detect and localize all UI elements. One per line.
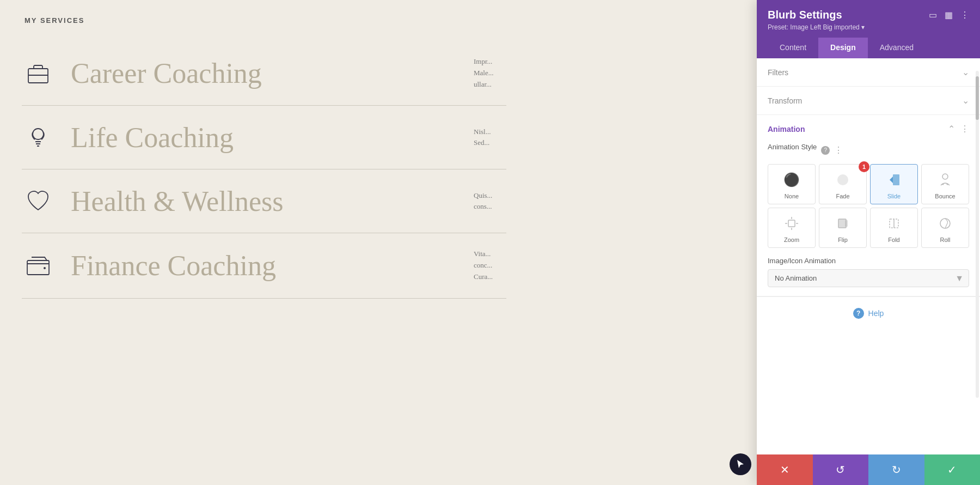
transform-chevron-icon: ⌄ bbox=[962, 95, 969, 106]
save-icon: ✓ bbox=[947, 463, 957, 476]
animation-title: Animation bbox=[768, 125, 805, 134]
filters-chevron-icon: ⌄ bbox=[962, 67, 969, 77]
svg-point-20 bbox=[940, 219, 950, 228]
image-icon-animation-container: Image/Icon Animation No Animation Pulse … bbox=[768, 257, 969, 287]
health-wellness-title: Health & Wellness bbox=[71, 185, 457, 217]
anim-fold[interactable]: Fold bbox=[870, 208, 918, 248]
cursor-tool[interactable] bbox=[730, 453, 751, 475]
more-options-icon[interactable]: ⋮ bbox=[960, 10, 969, 20]
svg-point-10 bbox=[947, 184, 948, 185]
panel-preset[interactable]: Preset: Image Left Big imported ▾ bbox=[768, 23, 969, 31]
anim-none[interactable]: ⚫ None bbox=[768, 164, 816, 204]
panel-header-icons: ▭ ▦ ⋮ bbox=[929, 10, 969, 20]
svg-point-9 bbox=[942, 184, 944, 185]
layout-icon[interactable]: ▦ bbox=[945, 10, 953, 20]
animation-style-row: Animation Style ? ⋮ bbox=[768, 143, 969, 157]
tab-design[interactable]: Design bbox=[818, 38, 868, 58]
zoom-icon bbox=[782, 214, 801, 233]
scrollbar-thumb[interactable] bbox=[976, 76, 979, 120]
wallet-icon bbox=[22, 250, 54, 282]
svg-point-2 bbox=[33, 129, 44, 140]
animation-help-icon[interactable]: ? bbox=[821, 146, 830, 155]
svg-marker-7 bbox=[890, 177, 893, 183]
svg-rect-0 bbox=[28, 69, 48, 83]
svg-rect-3 bbox=[27, 260, 49, 275]
zoom-label: Zoom bbox=[784, 237, 799, 243]
animation-select[interactable]: No Animation Pulse Bounce Spin Tada bbox=[768, 269, 969, 287]
animation-header-icons: ⌃ ⋮ bbox=[948, 124, 969, 134]
svg-rect-6 bbox=[893, 174, 899, 185]
roll-label: Roll bbox=[940, 237, 951, 243]
heart-svg bbox=[24, 187, 52, 215]
my-services-label: MY SERVICES bbox=[24, 16, 506, 25]
life-coaching-title: Life Coaching bbox=[71, 122, 457, 154]
animation-section: Animation ⌃ ⋮ Animation Style ? ⋮ ⚫ None bbox=[757, 115, 980, 296]
cursor-tool-icon bbox=[735, 459, 746, 470]
redo-button[interactable]: ↻ bbox=[868, 454, 924, 485]
help-section[interactable]: ? Help bbox=[757, 296, 980, 330]
flip-label: Flip bbox=[838, 237, 848, 243]
animation-style-label: Animation Style bbox=[768, 143, 817, 151]
bounce-icon bbox=[935, 170, 955, 190]
animation-select-wrapper: No Animation Pulse Bounce Spin Tada ▼ bbox=[768, 269, 969, 287]
anim-zoom[interactable]: Zoom bbox=[768, 208, 816, 248]
none-icon: ⚫ bbox=[782, 170, 801, 190]
slide-label: Slide bbox=[887, 193, 901, 199]
anim-fade[interactable]: Fade 1 bbox=[819, 164, 867, 204]
undo-icon: ↺ bbox=[836, 463, 845, 476]
panel-title: Blurb Settings bbox=[768, 9, 842, 21]
animation-style-more-icon[interactable]: ⋮ bbox=[834, 145, 843, 155]
lightbulb-icon bbox=[22, 121, 54, 154]
lightbulb-svg bbox=[24, 123, 52, 151]
anim-slide[interactable]: Slide bbox=[870, 164, 918, 204]
main-content: MY SERVICES Career Coaching Impr...Male.… bbox=[0, 0, 528, 485]
svg-point-8 bbox=[942, 174, 948, 179]
service-item-finance: Finance Coaching Vita...conc...Cura... bbox=[22, 233, 506, 298]
cancel-button[interactable]: ✕ bbox=[757, 454, 813, 485]
animation-more-icon[interactable]: ⋮ bbox=[960, 124, 969, 134]
career-snippet: Impr...Male...ullar... bbox=[474, 56, 506, 90]
fade-badge: 1 bbox=[859, 161, 869, 172]
panel-body: Filters ⌄ Transform ⌄ Animation ⌃ ⋮ Anim… bbox=[757, 58, 980, 485]
filters-section[interactable]: Filters ⌄ bbox=[757, 58, 980, 87]
redo-icon: ↻ bbox=[892, 463, 901, 476]
scrollbar-track bbox=[976, 71, 979, 398]
image-icon-animation-label: Image/Icon Animation bbox=[768, 257, 969, 265]
service-item-health: Health & Wellness Quis...cons... bbox=[22, 169, 506, 233]
svg-point-4 bbox=[44, 267, 46, 269]
tab-content[interactable]: Content bbox=[768, 38, 818, 58]
tab-advanced[interactable]: Advanced bbox=[868, 38, 926, 58]
responsive-icon[interactable]: ▭ bbox=[929, 10, 937, 20]
cancel-icon: ✕ bbox=[780, 463, 789, 476]
animation-header: Animation ⌃ ⋮ bbox=[768, 124, 969, 134]
undo-button[interactable]: ↺ bbox=[813, 454, 869, 485]
animation-collapse-icon[interactable]: ⌃ bbox=[948, 124, 955, 134]
roll-icon bbox=[935, 214, 955, 233]
service-item-life: Life Coaching Nisl...Sed... bbox=[22, 106, 506, 169]
action-bar: ✕ ↺ ↻ ✓ bbox=[757, 454, 980, 485]
none-label: None bbox=[785, 193, 799, 199]
help-icon: ? bbox=[853, 308, 864, 319]
wallet-svg bbox=[24, 252, 52, 280]
fold-icon bbox=[884, 214, 904, 233]
finance-coaching-title: Finance Coaching bbox=[71, 250, 457, 282]
fade-label: Fade bbox=[836, 193, 849, 199]
health-snippet: Quis...cons... bbox=[474, 190, 506, 213]
finance-snippet: Vita...conc...Cura... bbox=[474, 248, 506, 282]
briefcase-icon bbox=[22, 57, 54, 89]
panel-tabs: Content Design Advanced bbox=[768, 38, 969, 58]
anim-bounce[interactable]: Bounce bbox=[921, 164, 969, 204]
career-coaching-title: Career Coaching bbox=[71, 57, 457, 89]
anim-flip[interactable]: Flip bbox=[819, 208, 867, 248]
slide-icon bbox=[884, 170, 904, 190]
anim-roll[interactable]: Roll bbox=[921, 208, 969, 248]
settings-panel: Blurb Settings ▭ ▦ ⋮ Preset: Image Left … bbox=[757, 0, 980, 485]
save-button[interactable]: ✓ bbox=[924, 454, 981, 485]
fold-label: Fold bbox=[888, 237, 899, 243]
fade-icon bbox=[833, 170, 853, 190]
svg-rect-17 bbox=[845, 220, 848, 227]
transform-section[interactable]: Transform ⌄ bbox=[757, 87, 980, 115]
filters-label: Filters bbox=[768, 68, 788, 77]
panel-header-top: Blurb Settings ▭ ▦ ⋮ bbox=[768, 9, 969, 21]
panel-header: Blurb Settings ▭ ▦ ⋮ Preset: Image Left … bbox=[757, 0, 980, 58]
